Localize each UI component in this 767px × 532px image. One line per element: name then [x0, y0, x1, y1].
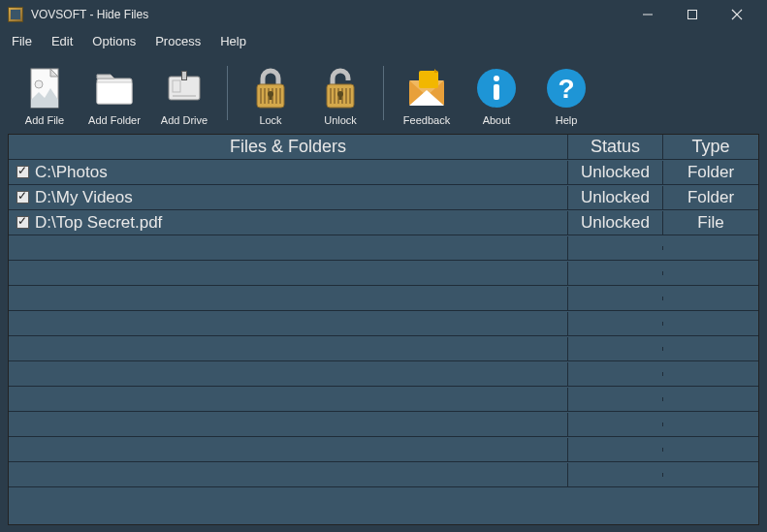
file-table: Files & Folders Status Type C:\PhotosUnl…: [8, 134, 759, 525]
cell-status: [568, 422, 663, 426]
add-folder-button[interactable]: Add Folder: [81, 58, 147, 128]
table-row: [9, 235, 758, 261]
row-checkbox[interactable]: [16, 191, 29, 203]
menu-options[interactable]: Options: [84, 32, 144, 50]
cell-status: [568, 297, 663, 300]
cell-status: [568, 448, 663, 452]
cell-type: [663, 372, 758, 376]
unlock-icon: [318, 66, 363, 110]
table-row: [9, 261, 758, 286]
cell-status: [568, 473, 663, 477]
cell-status: [568, 246, 663, 250]
table-row: [9, 311, 758, 336]
app-icon: [8, 7, 23, 22]
window-title: VOVSOFT - Hide Files: [31, 8, 148, 21]
cell-path: [9, 312, 568, 335]
add-file-label: Add File: [25, 114, 64, 126]
svg-rect-11: [182, 72, 186, 79]
close-button[interactable]: [715, 0, 759, 29]
lock-button[interactable]: Lock: [238, 58, 304, 128]
cell-type: [663, 448, 758, 452]
drive-icon: [162, 66, 207, 110]
table-row: [9, 462, 758, 487]
unlock-button[interactable]: Unlock: [307, 58, 373, 128]
menu-bar: File Edit Options Process Help: [0, 29, 767, 52]
menu-edit[interactable]: Edit: [44, 32, 80, 50]
about-button[interactable]: About: [463, 58, 529, 128]
info-icon: [474, 66, 519, 110]
svg-rect-35: [419, 71, 438, 88]
cell-path: [9, 388, 568, 411]
cell-path: D:\My Videos: [9, 186, 568, 209]
table-row[interactable]: D:\My VideosUnlockedFolder: [9, 185, 758, 210]
table-row[interactable]: C:\PhotosUnlockedFolder: [9, 160, 758, 185]
cell-path: [9, 362, 568, 386]
table-row: [9, 336, 758, 361]
row-path-text: D:\Top Secret.pdf: [35, 213, 162, 233]
cell-status: [568, 271, 663, 275]
cell-type: Folder: [663, 161, 758, 184]
svg-rect-1: [688, 11, 697, 19]
menu-file[interactable]: File: [4, 32, 40, 50]
table-row[interactable]: D:\Top Secret.pdfUnlockedFile: [9, 210, 758, 235]
cell-path: [9, 236, 568, 260]
col-files-header[interactable]: Files & Folders: [9, 135, 568, 159]
minimize-button[interactable]: [625, 0, 670, 29]
help-label: Help: [556, 114, 578, 126]
cell-type: [663, 322, 758, 326]
cell-type: [663, 246, 758, 250]
cell-path: [9, 287, 568, 310]
table-row: [9, 361, 758, 387]
svg-rect-22: [270, 94, 272, 100]
file-icon: [22, 66, 67, 110]
row-path-text: C:\Photos: [35, 163, 108, 182]
help-button[interactable]: ? Help: [533, 58, 599, 128]
cell-type: Folder: [663, 186, 758, 209]
feedback-label: Feedback: [403, 114, 450, 126]
add-drive-button[interactable]: Add Drive: [151, 58, 217, 128]
maximize-button[interactable]: [670, 0, 715, 29]
cell-path: [9, 413, 568, 436]
cell-path: [9, 262, 568, 285]
lock-label: Lock: [259, 114, 281, 126]
row-checkbox[interactable]: [16, 166, 29, 178]
cell-status: [568, 372, 663, 376]
close-icon: [731, 9, 743, 20]
cell-type: [663, 347, 758, 351]
cell-status: [568, 322, 663, 326]
cell-type: [663, 422, 758, 426]
svg-rect-8: [97, 82, 132, 104]
table-row: [9, 387, 758, 412]
menu-process[interactable]: Process: [147, 32, 208, 50]
cell-path: [9, 438, 568, 461]
col-type-header[interactable]: Type: [663, 135, 758, 159]
toolbar: Add File Add Folder Add Drive Lock Unloc…: [0, 52, 767, 134]
cell-status: Unlocked: [568, 186, 663, 209]
feedback-button[interactable]: Feedback: [394, 58, 460, 128]
cell-type: File: [663, 211, 758, 235]
cell-status: [568, 397, 663, 401]
cell-path: [9, 337, 568, 360]
cell-status: [568, 347, 663, 351]
cell-type: [663, 397, 758, 401]
minimize-icon: [642, 9, 654, 20]
cell-status: Unlocked: [568, 211, 663, 235]
lock-icon: [248, 66, 293, 110]
menu-help[interactable]: Help: [212, 32, 254, 50]
cell-type: [663, 271, 758, 275]
cell-path: C:\Photos: [9, 161, 568, 184]
row-path-text: D:\My Videos: [35, 188, 133, 207]
table-body: C:\PhotosUnlockedFolderD:\My VideosUnloc…: [9, 160, 758, 487]
row-checkbox[interactable]: [16, 216, 29, 229]
add-drive-label: Add Drive: [161, 114, 208, 126]
svg-marker-36: [434, 69, 438, 73]
table-row: [9, 286, 758, 311]
col-status-header[interactable]: Status: [568, 135, 663, 159]
folder-icon: [92, 66, 137, 110]
toolbar-separator: [227, 66, 228, 120]
title-bar: VOVSOFT - Hide Files: [0, 0, 767, 29]
cell-path: D:\Top Secret.pdf: [9, 211, 568, 235]
table-row: [9, 412, 758, 437]
help-icon: ?: [544, 66, 589, 110]
add-file-button[interactable]: Add File: [12, 58, 78, 128]
